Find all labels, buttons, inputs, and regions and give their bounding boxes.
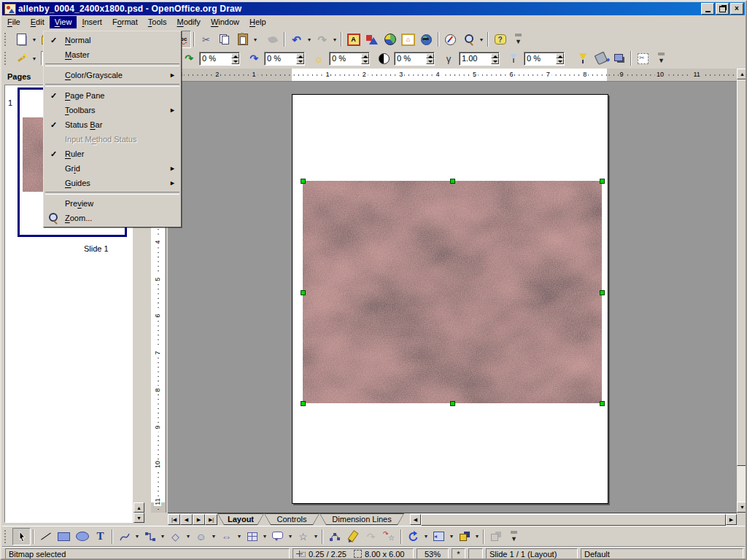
rotate-button[interactable] [404,528,422,545]
tab-layout[interactable]: Layout [217,513,264,525]
selection-handle[interactable] [301,401,306,406]
selection-handle[interactable] [450,179,455,184]
menu-view[interactable]: View [50,16,77,28]
stars-dropdown-icon[interactable]: ▼ [312,529,320,545]
spin-down-icon[interactable] [296,58,304,64]
scroll-down-icon[interactable]: ▼ [737,502,747,513]
connector-dropdown-icon[interactable]: ▼ [159,529,166,545]
arrange-dropdown-icon[interactable]: ▼ [473,529,481,545]
tab-dimension-lines[interactable]: Dimension Lines [320,513,404,525]
minimize-button[interactable] [701,3,714,15]
horizontal-scrollbar[interactable]: ◀ ▶ [410,513,737,526]
select-button[interactable] [12,528,31,545]
navigator-button[interactable] [441,31,460,48]
rectangle-button[interactable] [55,528,73,545]
selection-handle[interactable] [600,179,605,184]
view-menu-item-ruler[interactable]: ✓Ruler [44,147,180,161]
spin-up-icon[interactable] [296,53,304,59]
connector-button[interactable] [141,528,159,545]
new-document-dropdown-icon[interactable]: ▼ [31,31,38,47]
alignment-dropdown-icon[interactable]: ▼ [448,529,455,545]
ellipse-button[interactable] [73,528,91,545]
status-slide[interactable]: Slide 1 / 1 (Layout) [486,548,578,559]
text-button[interactable]: T [91,528,109,545]
spin-down-icon[interactable] [361,58,369,64]
menu-help[interactable]: Help [244,16,271,28]
basic-shapes-dropdown-icon[interactable]: ▼ [185,529,192,545]
selection-handle[interactable] [301,290,306,295]
spin-down-icon[interactable] [491,58,499,64]
zoom-dropdown-icon[interactable]: ▼ [478,31,485,47]
fontwork-frame-button[interactable]: A [344,31,363,48]
transparency-spin-field[interactable]: 0 % [524,52,565,66]
menu-file[interactable]: File [2,16,26,28]
view-menu-item-normal[interactable]: ✓Normal [44,33,180,47]
paste-dropdown-icon[interactable]: ▼ [252,31,259,47]
scroll-down-icon[interactable]: ▼ [133,513,144,523]
menu-modify[interactable]: Modify [171,16,205,28]
spin-down-icon[interactable] [231,58,239,64]
spin-up-icon[interactable] [491,53,499,59]
brightness-spin-field[interactable]: 0 % [329,52,370,66]
title-bar[interactable]: allenby_0004_2400x1800.psd - OpenOffice.… [2,2,745,15]
scroll-left-icon[interactable]: ◀ [410,514,421,525]
restore-button[interactable] [716,3,729,15]
horizontal-ruler[interactable]: 3211234567891011 [168,69,737,82]
view-menu-item-grid[interactable]: Grid► [44,161,180,176]
scroll-right-icon[interactable]: ▶ [726,514,737,525]
scroll-up-icon[interactable]: ▲ [133,502,144,513]
line-button[interactable] [573,50,592,67]
insert-chart-button[interactable] [381,31,399,48]
symbol-shapes-dropdown-icon[interactable]: ▼ [210,529,217,545]
insert-shapes-button[interactable] [363,31,381,48]
block-arrows-dropdown-icon[interactable]: ▼ [236,529,243,545]
close-button[interactable]: × [730,3,743,15]
status-style[interactable]: Default [581,548,743,559]
selection-handle[interactable] [600,401,605,406]
paste-button[interactable] [233,31,252,48]
zoom-button[interactable] [460,31,478,48]
selection-handle[interactable] [301,179,306,184]
block-arrows-button[interactable]: ⇔ [217,528,236,545]
menu-window[interactable]: Window [206,16,244,28]
toolbar-grip[interactable] [4,52,9,65]
crop-button[interactable] [634,50,652,67]
selection-handle[interactable] [450,401,455,406]
spin-up-icon[interactable] [426,53,434,59]
glue-points-button[interactable] [344,528,362,545]
spin-up-icon[interactable] [361,53,369,59]
status-zoom[interactable]: 53% [417,548,449,559]
basic-shapes-button[interactable]: ◇ [166,528,185,545]
curve-dropdown-icon[interactable]: ▼ [133,529,141,545]
filter-dropdown-icon[interactable]: ▼ [31,50,38,66]
insert-picture-button[interactable]: ⌂ [399,31,417,48]
last-tab-icon[interactable]: ▶| [205,514,217,525]
effects-button[interactable]: ↷☆ [380,528,398,545]
first-tab-icon[interactable]: |◀ [168,514,180,525]
menu-edit[interactable]: Edit [26,16,50,28]
spin-up-icon[interactable] [231,53,239,59]
shadow-button[interactable] [610,50,628,67]
new-document-button[interactable] [12,31,31,48]
green-spin-field[interactable]: 0 % [199,52,240,66]
view-menu-item-page-pane[interactable]: ✓Page Pane [44,88,180,103]
undo-button[interactable]: ↶ [287,31,306,48]
menu-tools[interactable]: Tools [143,16,172,28]
view-menu-item-toolbars[interactable]: Toolbars► [44,103,180,117]
spin-up-icon[interactable] [556,53,564,59]
view-menu-item-preview[interactable]: Preview [44,196,180,211]
edit-points-button[interactable] [325,528,344,545]
help-button[interactable]: ? [491,31,509,48]
next-tab-icon[interactable]: ▶ [193,514,205,525]
symbol-shapes-button[interactable]: ☺ [192,528,210,545]
toolbar-grip[interactable] [4,530,9,543]
vertical-scroll-thumb[interactable] [737,79,747,466]
spin-down-icon[interactable] [556,58,564,64]
view-menu-item-guides[interactable]: Guides► [44,176,180,190]
drawing-canvas[interactable] [168,82,737,513]
view-menu-item-master[interactable]: Master [44,47,180,62]
toolbar-grip[interactable] [4,33,9,46]
contrast-spin-field[interactable]: 0 % [394,52,435,66]
toolbar-options-button[interactable]: ▼ [509,31,527,48]
view-menu-item-status-bar[interactable]: ✓Status Bar [44,117,180,132]
